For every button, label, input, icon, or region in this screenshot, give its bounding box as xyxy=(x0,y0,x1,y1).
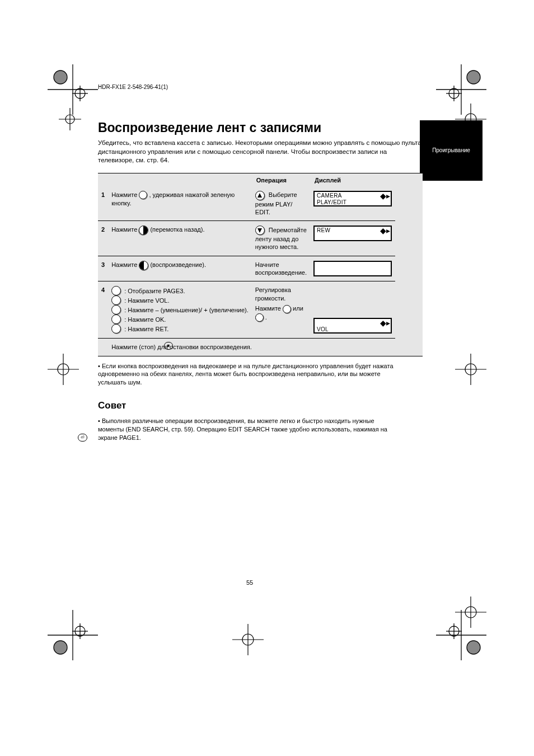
dial-button-icon xyxy=(111,286,121,295)
down-button-icon xyxy=(255,226,265,235)
register-mark-top-left xyxy=(48,64,98,115)
stop-note: Нажмите (стоп) для остановки воспроизвед… xyxy=(108,339,395,356)
step-action: Нажмите (перемотка назад). xyxy=(108,221,252,256)
selector-icon: ◆▸ xyxy=(380,320,389,326)
svg-point-3 xyxy=(75,88,85,98)
page-content: Воспроизведение лент с записями Убедитес… xyxy=(98,120,423,442)
table-row: 4 : Отобразите PAGE3. : Нажмите VOL. : Н… xyxy=(98,281,395,339)
lcd-display: CAMERA PLAY/EDIT ◆▸ xyxy=(313,191,392,206)
tip-heading: Совет xyxy=(98,400,423,411)
rewind-button-icon xyxy=(139,226,148,235)
table-row: Нажмите (стоп) для остановки воспроизвед… xyxy=(98,339,395,356)
stop-key-icon: ■ xyxy=(164,342,173,350)
register-mark-bottom-right-extra xyxy=(455,597,486,628)
dial-button-icon xyxy=(111,305,121,314)
dial-button-icon xyxy=(111,324,121,334)
end-search-label: END SEARCH xyxy=(128,426,168,433)
svg-point-41 xyxy=(465,607,476,618)
table-row: 3 Нажмите (воспроизведение). Начните вос… xyxy=(98,256,395,281)
page-number: 55 xyxy=(246,579,253,586)
selector-icon: ◆▸ xyxy=(380,227,389,234)
selector-icon: ◆▸ xyxy=(380,192,389,199)
register-mark-right xyxy=(455,354,486,385)
svg-point-8 xyxy=(467,71,480,84)
svg-point-26 xyxy=(58,364,69,375)
dial-button-icon xyxy=(111,295,121,305)
svg-point-38 xyxy=(65,115,74,124)
power-button-icon xyxy=(139,191,147,199)
step-op: Регулировка громкости. Нажмите или . xyxy=(252,281,310,339)
step-action: Нажмите , удерживая нажатой зеленую кноп… xyxy=(108,186,252,221)
step-op: Начните воспроизведение. xyxy=(252,256,310,281)
step-number: 2 xyxy=(101,226,105,233)
svg-point-2 xyxy=(54,71,67,84)
return-key-icon: ⏎ xyxy=(78,434,87,442)
register-mark-bottom-right xyxy=(436,610,486,660)
table-row: 2 Нажмите (перемотка назад). Перемотайте… xyxy=(98,221,395,256)
steps-table: Операция Дисплей 1 Нажмите , удерживая н… xyxy=(98,173,395,356)
table-header-row: Операция Дисплей xyxy=(98,173,395,186)
step-number: 4 xyxy=(101,287,105,293)
lcd-display xyxy=(313,261,392,276)
lcd-display: REW ◆▸ xyxy=(313,226,392,241)
svg-point-9 xyxy=(449,88,459,98)
vol-down-icon xyxy=(283,305,291,313)
svg-point-29 xyxy=(465,364,476,375)
register-mark-bottom-left xyxy=(48,610,98,660)
vol-up-icon xyxy=(255,313,264,322)
svg-point-32 xyxy=(242,634,254,645)
svg-point-14 xyxy=(54,641,67,654)
up-button-icon xyxy=(255,191,265,200)
svg-point-21 xyxy=(449,626,459,636)
lcd-display: VOL ◆▸ xyxy=(313,318,392,334)
intro-paragraph: Убедитесь, что вставлена кассета с запис… xyxy=(98,139,423,165)
register-mark-bottom-center xyxy=(232,624,264,655)
step-op: Выберите режим PLAY/ EDIT. xyxy=(252,186,310,221)
step-op: Перемотайте ленту назад до нужного места… xyxy=(252,221,310,256)
table-row: 1 Нажмите , удерживая нажатой зеленую кн… xyxy=(98,186,395,221)
step-number: 1 xyxy=(101,191,105,198)
tip-paragraph: • Выполняя различные операции воспроизве… xyxy=(98,417,395,442)
dial-button-icon xyxy=(111,314,121,324)
svg-point-15 xyxy=(75,626,85,636)
svg-point-20 xyxy=(467,641,480,654)
step-number: 3 xyxy=(101,261,105,268)
note-paragraph: • Если кнопка воспроизведения на видеока… xyxy=(98,362,395,387)
page-title: Воспроизведение лент с записями xyxy=(98,120,423,135)
play-button-icon xyxy=(139,261,148,270)
register-mark-top-right xyxy=(436,64,486,115)
register-mark-top-left-extra xyxy=(59,108,81,130)
side-tab: Проигрывание xyxy=(420,120,483,181)
doc-path: HDR-FX1E 2-548-296-41(1) xyxy=(98,84,168,90)
step-action: Нажмите (воспроизведение). xyxy=(108,256,252,281)
step-action: : Отобразите PAGE3. : Нажмите VOL. : Наж… xyxy=(108,281,252,339)
steps-table-wrap: Операция Дисплей 1 Нажмите , удерживая н… xyxy=(98,173,423,356)
register-mark-left xyxy=(48,354,79,385)
